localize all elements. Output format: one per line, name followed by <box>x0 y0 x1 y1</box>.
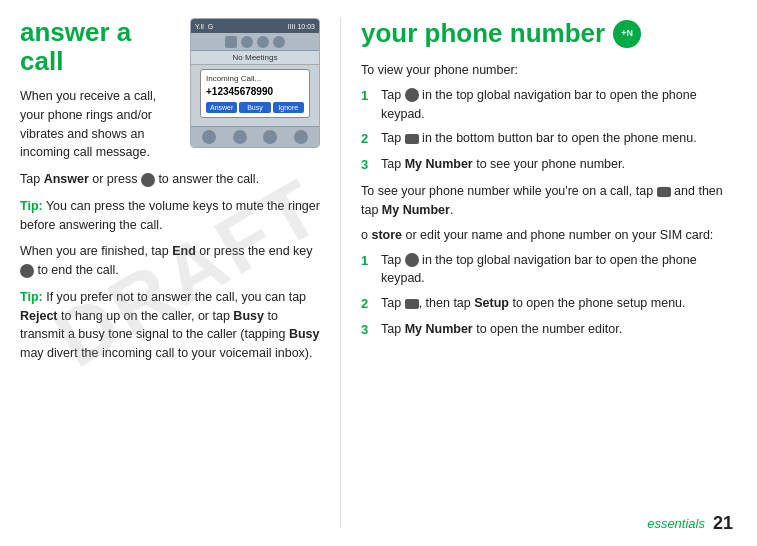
button-icon <box>141 173 155 187</box>
setup-word: Setup <box>474 296 509 310</box>
finished-text: When you are finished, tap End or press … <box>20 242 320 280</box>
step-2-3: 3 Tap My Number to open the number edito… <box>361 320 737 340</box>
end-word: End <box>172 244 196 258</box>
bottom-icon-3 <box>263 130 277 144</box>
essentials-label: essentials <box>647 516 705 531</box>
plus-n-badge: +N <box>613 20 641 48</box>
phone-icon-4 <box>273 36 285 48</box>
page-number-area: essentials 21 <box>647 513 733 534</box>
network-g: G <box>208 23 213 30</box>
tip1-text: Tip: You can press the volume keys to mu… <box>20 197 320 235</box>
phone-main-area: Incoming Call... +12345678990 Answer Bus… <box>191 65 319 126</box>
answer-btn[interactable]: Answer <box>206 102 237 113</box>
end-key-icon <box>20 264 34 278</box>
phone-icon-step2-1 <box>405 253 419 267</box>
phone-icon-1 <box>225 36 237 48</box>
step-1-3: 3 Tap My Number to see your phone number… <box>361 155 737 175</box>
my-number-mid: My Number <box>382 203 450 217</box>
step-2-2: 2 Tap , then tap Setup to open the phone… <box>361 294 737 314</box>
answer-word: Answer <box>44 172 89 186</box>
page-number: 21 <box>713 513 733 534</box>
tip2-text: Tip: If you prefer not to answer the cal… <box>20 288 320 363</box>
my-number-word-1: My Number <box>405 157 473 171</box>
step-1-2: 2 Tap in the bottom button bar to open t… <box>361 129 737 149</box>
menu-icon-step2-2 <box>405 299 419 309</box>
my-number-word-2: My Number <box>405 322 473 336</box>
no-meetings-bar: No Meetings <box>191 51 319 65</box>
phone-icon-3 <box>257 36 269 48</box>
incoming-call-box: Incoming Call... +12345678990 Answer Bus… <box>200 69 310 118</box>
ignore-btn[interactable]: Ignore <box>273 102 304 113</box>
tip2-label: Tip: <box>20 290 43 304</box>
store-word: store <box>371 228 402 242</box>
mid-text: To see your phone number while you're on… <box>361 182 737 220</box>
phone-status-bar: Y.ll G IIII 10:03 <box>191 19 319 33</box>
busy-word2: Busy <box>289 327 320 341</box>
phone-icon-2 <box>241 36 253 48</box>
steps-list-1: 1 Tap in the top global navigation bar t… <box>361 86 737 175</box>
left-column: Y.ll G IIII 10:03 <box>20 18 340 528</box>
right-title: your phone number +N <box>361 18 737 49</box>
step-1-1: 1 Tap in the top global navigation bar t… <box>361 86 737 124</box>
step-2-1: 1 Tap in the top global navigation bar t… <box>361 251 737 289</box>
bottom-icon-1 <box>202 130 216 144</box>
phone-icon-step1 <box>405 88 419 102</box>
menu-icon-step2 <box>405 134 419 144</box>
right-column: your phone number +N To view your phone … <box>340 18 737 528</box>
busy-btn[interactable]: Busy <box>239 102 270 113</box>
signal-text: Y.ll <box>195 23 204 30</box>
call-buttons: Answer Busy Ignore <box>206 102 304 113</box>
tap-answer-text: Tap Answer or press to answer the call. <box>20 170 320 189</box>
tip1-label: Tip: <box>20 199 43 213</box>
incoming-call-title: Incoming Call... <box>206 74 304 83</box>
menu-icon-mid <box>657 187 671 197</box>
steps-list-2: 1 Tap in the top global navigation bar t… <box>361 251 737 340</box>
right-intro: To view your phone number: <box>361 61 737 80</box>
bottom-icon-4 <box>294 130 308 144</box>
busy-word: Busy <box>233 309 264 323</box>
phone-screenshot: Y.ll G IIII 10:03 <box>178 18 320 156</box>
store-text: o store or edit your name and phone numb… <box>361 226 737 245</box>
bottom-icon-2 <box>233 130 247 144</box>
phone-number-display: +12345678990 <box>206 86 304 97</box>
time-display: IIII 10:03 <box>288 23 315 30</box>
reject-word: Reject <box>20 309 58 323</box>
